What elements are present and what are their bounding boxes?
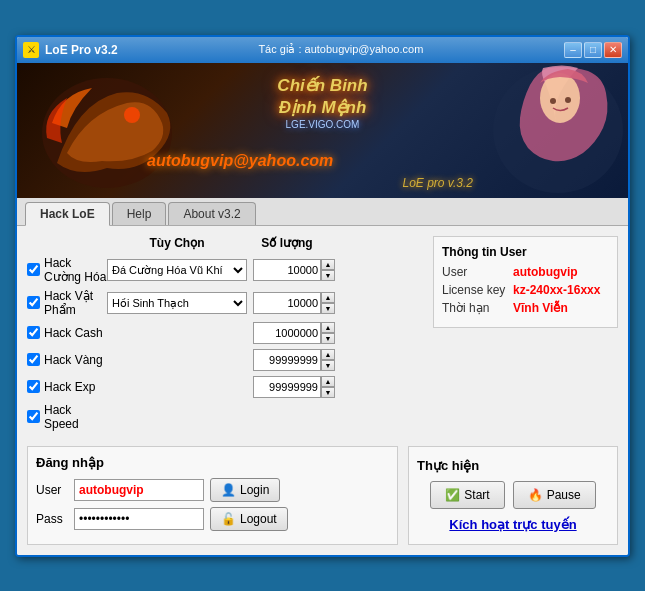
license-info-value: kz-240xx-16xxx	[513, 283, 600, 297]
main-content: Tùy Chọn Số lượng Hack Cường Hóa Đá Cườn…	[17, 226, 628, 555]
hack-cuong-hoa-row: Hack Cường Hóa Đá Cường Hóa Vũ Khí Đá Cư…	[27, 256, 423, 284]
hack-cash-label: Hack Cash	[27, 326, 107, 340]
user-login-row: User 👤 Login	[36, 478, 389, 502]
logout-icon: 🔓	[221, 512, 236, 526]
user-info-value: autobugvip	[513, 265, 578, 279]
user-info-row: User autobugvip	[442, 265, 609, 279]
hack-cuong-hoa-checkbox[interactable]	[27, 263, 40, 276]
svg-point-1	[124, 107, 140, 123]
hack-vat-pham-label: Hack Vật Phẩm	[27, 289, 107, 317]
left-panel: Tùy Chọn Số lượng Hack Cường Hóa Đá Cườn…	[27, 236, 423, 436]
game-banner: Chiến Binh Định Mệnh LGE.VIGO.COM autobu…	[17, 63, 628, 198]
exp-spin-down[interactable]: ▼	[321, 387, 335, 398]
app-icon: ⚔	[23, 42, 39, 58]
vang-spin-down[interactable]: ▼	[321, 360, 335, 371]
cuong-hoa-spin-down[interactable]: ▼	[321, 270, 335, 281]
license-info-label: License key	[442, 283, 507, 297]
expiry-info-row: Thời hạn Vĩnh Viễn	[442, 301, 609, 315]
vang-spin-up[interactable]: ▲	[321, 349, 335, 360]
tab-about[interactable]: About v3.2	[168, 202, 255, 225]
minimize-button[interactable]: –	[564, 42, 582, 58]
hack-vang-checkbox[interactable]	[27, 353, 40, 366]
right-panel: Thông tin User User autobugvip License k…	[433, 236, 618, 436]
author-label: Tác giả : autobugvip@yahoo.com	[118, 43, 564, 56]
exp-number-wrap: ▲ ▼	[253, 376, 335, 398]
logout-button[interactable]: 🔓 Logout	[210, 507, 288, 531]
login-icon: 👤	[221, 483, 236, 497]
vat-pham-spin-down[interactable]: ▼	[321, 303, 335, 314]
login-btn-label: Login	[240, 483, 269, 497]
hack-exp-label: Hack Exp	[27, 380, 107, 394]
pause-button[interactable]: 🔥 Pause	[513, 481, 596, 509]
expiry-info-value: Vĩnh Viễn	[513, 301, 568, 315]
hack-cash-text: Hack Cash	[44, 326, 103, 340]
action-title: Thực hiện	[417, 458, 479, 473]
pass-input[interactable]	[74, 508, 204, 530]
hack-vang-row: Hack Vàng ▲ ▼	[27, 349, 423, 371]
cuong-hoa-select[interactable]: Đá Cường Hóa Vũ Khí Đá Cường Hóa Giáp	[107, 259, 247, 281]
exp-spin-up[interactable]: ▲	[321, 376, 335, 387]
pause-icon: 🔥	[528, 488, 543, 502]
hack-vat-pham-checkbox[interactable]	[27, 296, 40, 309]
window-title: LoE Pro v3.2	[45, 43, 118, 57]
close-button[interactable]: ✕	[604, 42, 622, 58]
cash-spin-up[interactable]: ▲	[321, 322, 335, 333]
cuong-hoa-number-input[interactable]	[253, 259, 321, 281]
vat-pham-select[interactable]: Hồi Sinh Thạch Linh Thạch	[107, 292, 247, 314]
tab-bar: Hack LoE Help About v3.2	[17, 198, 628, 226]
tab-hack-loe[interactable]: Hack LoE	[25, 202, 110, 226]
pass-field-label: Pass	[36, 512, 68, 526]
svg-point-5	[565, 97, 571, 103]
exp-spinners: ▲ ▼	[321, 376, 335, 398]
exp-number-input[interactable]	[253, 376, 321, 398]
maximize-button[interactable]: □	[584, 42, 602, 58]
login-button[interactable]: 👤 Login	[210, 478, 280, 502]
so-luong-header: Số lượng	[247, 236, 327, 250]
activate-link[interactable]: Kích hoạt trực tuyến	[449, 517, 576, 532]
info-panel-title: Thông tin User	[442, 245, 609, 259]
action-buttons-row: ✅ Start 🔥 Pause	[430, 481, 595, 509]
cash-number-input[interactable]	[253, 322, 321, 344]
vat-pham-number-input[interactable]	[253, 292, 321, 314]
hack-cash-row: Hack Cash ▲ ▼	[27, 322, 423, 344]
cash-spin-down[interactable]: ▼	[321, 333, 335, 344]
cash-spinners: ▲ ▼	[321, 322, 335, 344]
start-button[interactable]: ✅ Start	[430, 481, 504, 509]
hack-cash-checkbox[interactable]	[27, 326, 40, 339]
vang-number-input[interactable]	[253, 349, 321, 371]
info-panel: Thông tin User User autobugvip License k…	[433, 236, 618, 328]
hack-speed-checkbox[interactable]	[27, 410, 40, 423]
title-bar-left: ⚔ LoE Pro v3.2	[23, 42, 118, 58]
hack-vat-pham-text: Hack Vật Phẩm	[44, 289, 107, 317]
svg-point-3	[540, 73, 580, 123]
hack-speed-row: Hack Speed	[27, 403, 423, 431]
login-title: Đăng nhập	[36, 455, 389, 470]
user-info-label: User	[442, 265, 507, 279]
vat-pham-number-wrap: ▲ ▼	[253, 292, 335, 314]
expiry-info-label: Thời hạn	[442, 301, 507, 315]
banner-subtitle: LGE.VIGO.COM	[277, 119, 367, 130]
vat-pham-spin-up[interactable]: ▲	[321, 292, 335, 303]
pause-btn-label: Pause	[547, 488, 581, 502]
action-section: Thực hiện ✅ Start 🔥 Pause Kích hoạt trực…	[408, 446, 618, 545]
hack-vang-text: Hack Vàng	[44, 353, 103, 367]
hack-vang-label: Hack Vàng	[27, 353, 107, 367]
tab-help[interactable]: Help	[112, 202, 167, 225]
vang-number-wrap: ▲ ▼	[253, 349, 335, 371]
window-controls: – □ ✕	[564, 42, 622, 58]
character-decoration	[488, 63, 628, 198]
cuong-hoa-spin-up[interactable]: ▲	[321, 259, 335, 270]
user-field-label: User	[36, 483, 68, 497]
banner-email: autobugvip@yahoo.com	[147, 152, 333, 170]
vang-spinners: ▲ ▼	[321, 349, 335, 371]
hack-speed-text: Hack Speed	[44, 403, 107, 431]
svg-point-4	[550, 98, 556, 104]
hack-cuong-hoa-text: Hack Cường Hóa	[44, 256, 107, 284]
banner-title-line1: Chiến Binh	[277, 75, 367, 97]
user-input[interactable]	[74, 479, 204, 501]
start-btn-label: Start	[464, 488, 489, 502]
title-bar: ⚔ LoE Pro v3.2 Tác giả : autobugvip@yaho…	[17, 37, 628, 63]
hack-exp-checkbox[interactable]	[27, 380, 40, 393]
bottom-section: Đăng nhập User 👤 Login Pass 🔓 Logout	[27, 446, 618, 545]
column-headers: Tùy Chọn Số lượng	[107, 236, 423, 250]
